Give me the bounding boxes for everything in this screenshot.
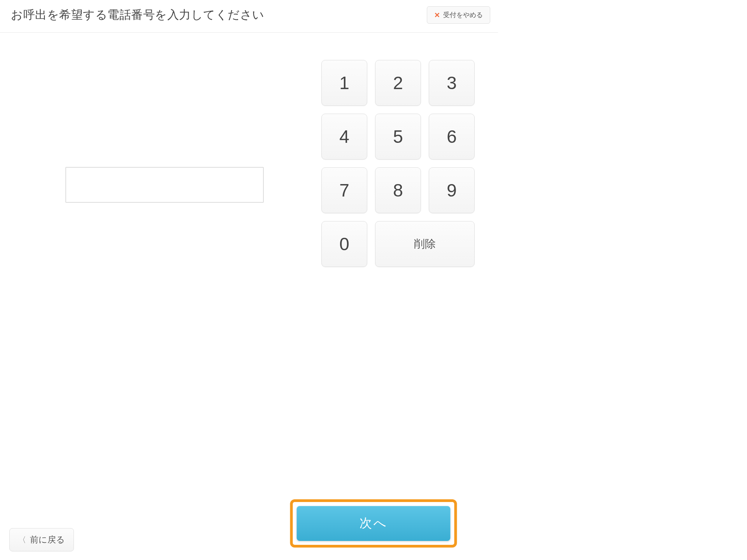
- keypad-6[interactable]: 6: [429, 114, 475, 160]
- keypad-1[interactable]: 1: [321, 60, 367, 106]
- keypad-delete[interactable]: 削除: [375, 221, 475, 267]
- keypad-9[interactable]: 9: [429, 167, 475, 213]
- close-icon: ✕: [434, 11, 440, 19]
- keypad-4[interactable]: 4: [321, 114, 367, 160]
- keypad-3[interactable]: 3: [429, 60, 475, 106]
- phone-input[interactable]: [65, 167, 264, 203]
- keypad: 1 2 3 4 5 6 7 8 9 0 削除: [321, 56, 475, 267]
- main-area: 1 2 3 4 5 6 7 8 9 0 削除: [0, 33, 498, 267]
- page-title: お呼出を希望する電話番号を入力してください: [11, 7, 265, 23]
- cancel-label: 受付をやめる: [443, 11, 483, 19]
- keypad-8[interactable]: 8: [375, 167, 421, 213]
- keypad-2[interactable]: 2: [375, 60, 421, 106]
- keypad-5[interactable]: 5: [375, 114, 421, 160]
- keypad-7[interactable]: 7: [321, 167, 367, 213]
- header: お呼出を希望する電話番号を入力してください ✕ 受付をやめる: [0, 0, 498, 33]
- cancel-button[interactable]: ✕ 受付をやめる: [427, 6, 490, 24]
- keypad-0[interactable]: 0: [321, 221, 367, 267]
- input-area: [23, 56, 306, 267]
